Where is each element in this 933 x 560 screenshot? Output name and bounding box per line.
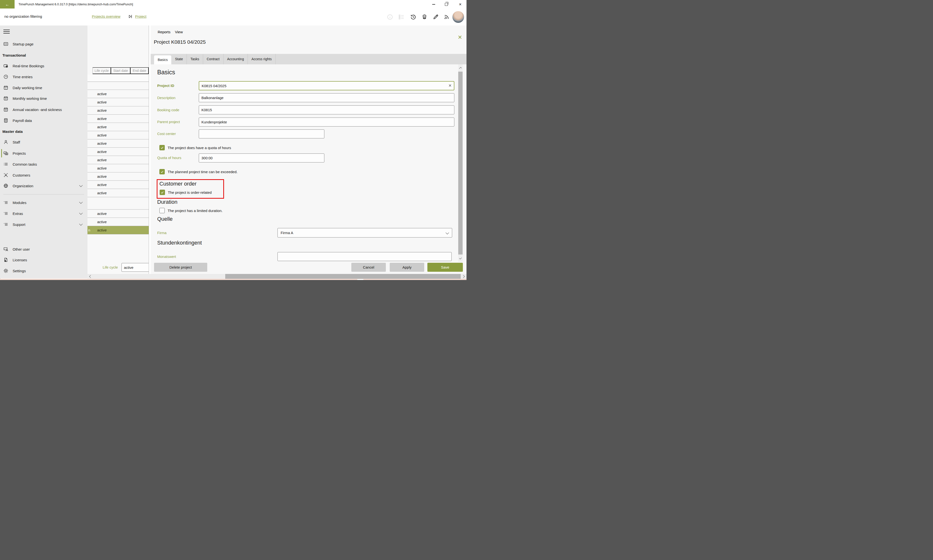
quota-of-hours-label: Quota of hours [157, 155, 181, 160]
scroll-up-button[interactable] [458, 65, 463, 71]
horizontal-scrollbar-thumb[interactable] [225, 274, 461, 279]
table-row-selected[interactable]: n active [88, 226, 149, 234]
save-button[interactable]: Save [427, 263, 463, 272]
sidebar-item-support[interactable]: Support [0, 219, 88, 230]
sidebar-item-organization[interactable]: Organization [0, 180, 88, 191]
table-row[interactable]: active [88, 131, 149, 139]
table-row[interactable]: active [88, 115, 149, 123]
life-cycle-filter-input[interactable] [122, 263, 152, 272]
sidebar-item-common-tasks[interactable]: Common tasks [0, 159, 88, 169]
sidebar-item-daily-working-time[interactable]: 1 Daily working time [0, 82, 88, 93]
info-icon[interactable] [387, 14, 393, 20]
column-header-life-cycle[interactable]: Life cycle [92, 67, 111, 74]
project-list-header: Life cycle Start date End date [88, 66, 149, 75]
booking-code-fieldwrap [199, 105, 454, 114]
sidebar-item-staff[interactable]: Staff [0, 137, 88, 148]
description-input[interactable] [199, 93, 454, 102]
gear-icon [3, 268, 8, 273]
table-row[interactable]: active [88, 172, 149, 181]
rss-feed-icon[interactable] [443, 14, 450, 20]
menu-view[interactable]: View [175, 29, 183, 35]
other-user-icon [3, 247, 8, 252]
tab-access-rights[interactable]: Access rights [248, 54, 276, 65]
sidebar-item-realtime-bookings[interactable]: Real-time Bookings [0, 60, 88, 71]
parent-project-fieldwrap [199, 117, 454, 126]
sidebar-item-annual-vacation[interactable]: 365 Annual vacation -and sickness [0, 104, 88, 115]
sidebar-item-extras[interactable]: Extras [0, 208, 88, 219]
user-avatar[interactable] [453, 11, 464, 23]
close-window-button[interactable]: ✕ [454, 0, 466, 9]
restore-icon [445, 3, 448, 6]
sidebar-item-customers[interactable]: Customers [0, 170, 88, 180]
table-row[interactable]: active [88, 148, 149, 156]
table-row[interactable]: active [88, 218, 149, 226]
monatswert-input[interactable] [277, 252, 452, 261]
edit-pencil-icon[interactable] [433, 14, 439, 20]
tab-tasks[interactable]: Tasks [187, 54, 203, 65]
back-button[interactable]: ← [0, 0, 15, 9]
support-icon [3, 222, 8, 227]
scroll-right-button[interactable] [461, 274, 466, 279]
restore-button[interactable] [441, 0, 452, 9]
apply-button[interactable]: Apply [390, 263, 424, 272]
order-related-checkbox[interactable] [160, 190, 165, 195]
exceed-checkbox[interactable] [159, 169, 165, 174]
project-link[interactable]: Project [135, 14, 146, 18]
sidebar-item-modules[interactable]: Modules [0, 197, 88, 208]
tab-basics[interactable]: Basics [154, 55, 171, 65]
table-row[interactable]: active [88, 90, 149, 98]
parent-project-input[interactable] [199, 117, 454, 126]
quota-checkbox[interactable] [159, 145, 165, 150]
column-header-end-date[interactable]: End date [131, 67, 149, 74]
vertical-scrollbar-thumb[interactable] [458, 72, 463, 254]
menu-reports[interactable]: Reports [158, 29, 171, 35]
cost-center-input[interactable] [199, 129, 324, 138]
scroll-down-button[interactable] [458, 255, 463, 262]
table-row[interactable]: active [88, 123, 149, 131]
column-header-start-date[interactable]: Start date [111, 67, 131, 74]
startup-page-icon [3, 42, 8, 46]
sidebar-item-settings[interactable]: Settings [0, 265, 88, 276]
project-id-input[interactable] [199, 81, 454, 90]
chevron-down-icon [79, 211, 83, 215]
hamburger-menu-icon[interactable] [3, 28, 10, 34]
tab-accounting[interactable]: Accounting [223, 54, 248, 65]
checklist-icon[interactable] [398, 14, 405, 20]
booking-code-input[interactable] [199, 105, 454, 114]
tab-contract[interactable]: Contract [203, 54, 223, 65]
limited-duration-checkbox[interactable] [159, 208, 165, 213]
table-row[interactable]: active [88, 164, 149, 172]
cancel-button[interactable]: Cancel [351, 263, 386, 272]
table-row[interactable]: active [88, 98, 149, 106]
clear-input-icon[interactable]: ✕ [448, 81, 452, 90]
robot-icon[interactable] [421, 14, 428, 20]
firma-select[interactable]: Firma A [277, 228, 452, 237]
quota-of-hours-input[interactable] [199, 154, 324, 163]
tab-state[interactable]: State [171, 54, 187, 65]
sidebar-item-startup-page[interactable]: Startup page [0, 38, 88, 49]
minimize-button[interactable] [428, 0, 439, 9]
sidebar-item-other-user[interactable]: Other user [0, 244, 88, 254]
sidebar-item-licenses[interactable]: Licenses [0, 254, 88, 265]
table-row[interactable]: active [88, 209, 149, 218]
table-row[interactable]: active [88, 181, 149, 189]
table-row[interactable]: active [88, 139, 149, 148]
sidebar-item-monthly-working-time[interactable]: 30 Monthly working time [0, 93, 88, 104]
sidebar-item-projects[interactable]: Projects [0, 148, 88, 158]
table-row[interactable] [88, 82, 149, 90]
table-row[interactable]: active [88, 106, 149, 115]
projects-overview-link[interactable]: Projects overview [92, 14, 120, 18]
history-icon[interactable] [410, 14, 416, 20]
section-heading-quelle: Quelle [157, 216, 173, 222]
table-row[interactable] [88, 197, 149, 209]
table-row[interactable]: active [88, 156, 149, 164]
sidebar-item-payroll-data[interactable]: Payroll data [0, 115, 88, 126]
delete-project-button[interactable]: Delete project [154, 263, 207, 272]
sidebar-item-time-entries[interactable]: Time entries [0, 71, 88, 82]
scroll-left-button[interactable] [88, 274, 93, 279]
list-filter-row[interactable] [88, 75, 149, 82]
person-icon [3, 140, 8, 145]
globe-icon [3, 183, 8, 188]
table-row[interactable]: active [88, 189, 149, 197]
close-panel-button[interactable]: ✕ [457, 34, 463, 40]
